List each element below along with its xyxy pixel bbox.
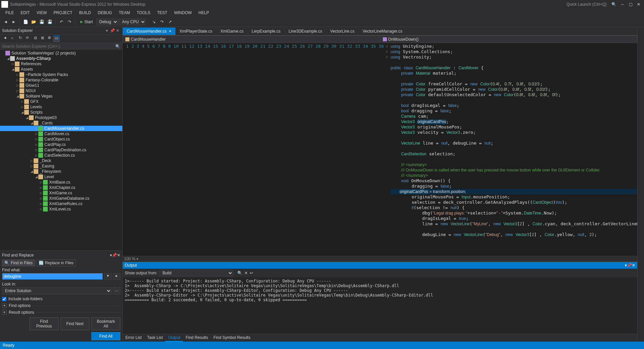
editor-tab[interactable]: VectorLineManager.cs (359, 28, 407, 35)
look-in-select[interactable]: Entire Solution (2, 287, 112, 295)
nav-fwd-icon[interactable]: ► (10, 18, 17, 26)
search-input[interactable] (2, 44, 115, 49)
tree-item[interactable]: ▷GFX (0, 99, 122, 104)
showall-icon[interactable]: ⊞ (39, 36, 45, 42)
menu-view[interactable]: VIEW (33, 9, 50, 16)
config-dropdown[interactable]: Debug (96, 18, 118, 25)
find-next-button[interactable]: Find Next (61, 317, 89, 330)
new-project-icon[interactable]: 📄 (22, 18, 29, 26)
preview-icon[interactable]: ▭ (53, 36, 59, 42)
tree-item[interactable]: ▷CardPlay.cs (0, 142, 122, 147)
menu-tools[interactable]: TOOLS (133, 9, 154, 16)
find-what-input[interactable] (2, 273, 103, 280)
bottom-tab[interactable]: Find Results (183, 334, 211, 342)
dropdown-icon[interactable]: ▾ (104, 28, 110, 33)
bottom-tab[interactable]: Find Symbol Results (211, 334, 253, 342)
menu-test[interactable]: TEST (154, 9, 171, 16)
editor-tab[interactable]: CardMouseHandler.cs✕ (123, 28, 175, 35)
maximize-button[interactable]: ▢ (627, 2, 635, 7)
tree-item[interactable]: ▷_Easing (0, 163, 122, 169)
tree-item[interactable]: Solution 'SolitaireVegas' (2 projects) (0, 50, 122, 56)
find-previous-button[interactable]: Find Previous (30, 317, 58, 330)
undo-icon[interactable]: ↶ (58, 18, 65, 26)
pin-icon[interactable]: 📌 (112, 253, 117, 258)
step-out-icon[interactable]: ↗ (166, 18, 174, 26)
start-button[interactable]: ▶Start (78, 20, 95, 24)
browse-icon[interactable]: … (113, 287, 120, 295)
tree-item[interactable]: ▷CardPlayDestination.cs (0, 147, 122, 153)
editor-tab[interactable]: XmlPlayerState.cs (175, 28, 216, 35)
step-over-icon[interactable]: ↷ (158, 18, 166, 26)
bottom-tab[interactable]: Task List (145, 334, 166, 342)
tree-item[interactable]: ▷CardMouseHandler.cs (0, 126, 122, 131)
menu-help[interactable]: HELP (195, 9, 212, 16)
open-file-icon[interactable]: 📂 (30, 18, 37, 26)
menu-team[interactable]: TEAM (115, 9, 133, 16)
fold-gutter[interactable]: ⊟ ⊟ ⊟ (386, 43, 391, 256)
save-icon[interactable]: 💾 (38, 18, 45, 26)
type-nav-dropdown[interactable]: CardMouseHandler (123, 36, 380, 43)
clear-icon[interactable]: ✕ (244, 271, 248, 275)
bottom-tab[interactable]: Output (165, 334, 183, 342)
step-into-icon[interactable]: ↘ (150, 18, 158, 26)
editor-tab[interactable]: XmlGame.cs (216, 28, 248, 35)
result-options-expander[interactable]: +Result options (2, 310, 120, 315)
bookmark-all-button[interactable]: Bookmark All (91, 317, 120, 330)
search-icon[interactable]: 🔍 (611, 2, 616, 7)
collapse-icon[interactable]: ⊟ (32, 36, 38, 42)
expr-builder-icon[interactable]: ▸ (113, 273, 120, 280)
minimize-button[interactable]: ─ (618, 2, 627, 7)
code-area[interactable]: using UnityEngine; using System.Collecti… (391, 43, 637, 256)
menu-window[interactable]: WINDOW (171, 9, 195, 16)
close-icon[interactable]: ✕ (632, 263, 635, 268)
tree-item[interactable]: ▷XmlChapter.cs (0, 185, 122, 190)
tree-item[interactable]: ▷XmlLevel.cs (0, 206, 122, 212)
editor-tab[interactable]: VectorLine.cs (326, 28, 359, 35)
tree-item[interactable]: ◢Level (0, 174, 122, 180)
close-icon[interactable]: ✕ (115, 28, 120, 33)
search-icon[interactable]: 🔍 (115, 44, 120, 49)
properties-icon[interactable]: ⚙ (46, 36, 52, 42)
home-icon[interactable]: ⌂ (9, 36, 15, 42)
close-icon[interactable]: ✕ (169, 29, 171, 33)
tree-item[interactable]: ▷NGUI (0, 88, 122, 93)
find-in-files-tab[interactable]: 🔍 Find in Files (2, 260, 35, 266)
tree-item[interactable]: ▷Levels (0, 104, 122, 110)
tree-item[interactable]: ◢Assets (0, 67, 122, 72)
solution-explorer-search[interactable]: 🔍 (0, 43, 122, 50)
redo-icon[interactable]: ↷ (66, 18, 73, 26)
output-body[interactable]: 1>------ Build started: Project: Assembl… (123, 277, 637, 334)
solution-tree[interactable]: Solution 'SolitaireVegas' (2 projects)◢A… (0, 50, 122, 250)
output-source-select[interactable]: Build (159, 270, 233, 276)
close-icon[interactable]: ✕ (117, 253, 120, 258)
tree-item[interactable]: ◢Prototype03 (0, 115, 122, 120)
tree-item[interactable]: ◢_Filesystem (0, 169, 122, 174)
refresh-icon[interactable]: ⟳ (24, 36, 30, 42)
menu-edit[interactable]: EDIT (17, 9, 33, 16)
find-icon[interactable]: 🔍 (237, 271, 242, 275)
tree-item[interactable]: ▷CardMover.cs (0, 131, 122, 137)
menu-file[interactable]: FILE (2, 9, 17, 16)
tree-item[interactable]: ▷~Particle System Packs (0, 72, 122, 77)
tree-item[interactable]: ▷_Deck (0, 158, 122, 163)
tree-item[interactable]: ▷XmlGameRules.cs (0, 201, 122, 206)
platform-dropdown[interactable]: Any CPU (119, 18, 146, 25)
zoom-indicator[interactable]: 100 % ▾ (123, 256, 637, 262)
replace-in-files-tab[interactable]: 🔄 Replace in Files (36, 260, 76, 266)
member-nav-dropdown[interactable]: OnMouseDown() (380, 36, 638, 43)
tree-item[interactable]: ▷CardSelection.cs (0, 153, 122, 158)
editor-tab[interactable]: LerpExample.cs (247, 28, 284, 35)
include-subfolders-checkbox[interactable]: Include sub-folders (2, 297, 120, 301)
pin-icon[interactable]: 📌 (627, 263, 632, 268)
tree-item[interactable]: ▷XmlGame.cs (0, 190, 122, 196)
bottom-tab[interactable]: Error List (123, 334, 145, 342)
nav-back-icon[interactable]: ◄ (2, 18, 9, 26)
wrap-icon[interactable]: ↩ (250, 271, 253, 275)
quick-launch-hint[interactable]: Quick Launch (Ctrl+Q) (566, 2, 607, 7)
back-icon[interactable]: ◄ (2, 36, 8, 42)
tree-item[interactable]: ◢_Cards (0, 120, 122, 126)
editor-tab[interactable]: Line3DExample.cs (285, 28, 326, 35)
tree-item[interactable]: ◢Scripts (0, 110, 122, 115)
close-button[interactable]: ✕ (635, 2, 643, 7)
tree-item[interactable]: ▷XmlBase.cs (0, 180, 122, 185)
